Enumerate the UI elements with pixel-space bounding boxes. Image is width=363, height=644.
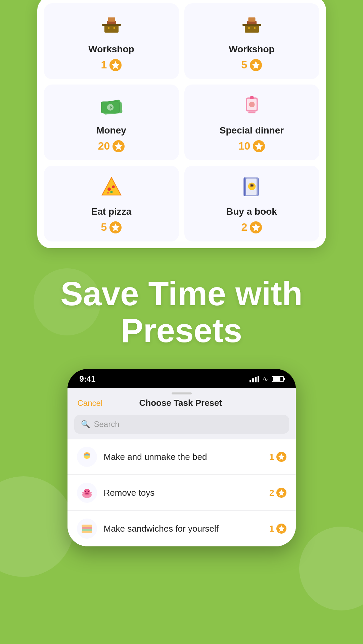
reward-points: 5 — [101, 221, 122, 233]
svg-point-56 — [84, 489, 90, 495]
svg-rect-46 — [243, 177, 245, 196]
reward-card-workshop5[interactable]: Workshop 5 — [184, 3, 319, 79]
reward-card-eat-pizza[interactable]: Eat pizza 5 — [44, 166, 179, 241]
task-list: Make and unmake the bed 1 Remove toys 2 — [67, 439, 296, 546]
modal-title: Choose Task Preset — [139, 398, 222, 408]
task-points: 1 — [269, 452, 286, 462]
cancel-button[interactable]: Cancel — [78, 398, 103, 408]
search-bar[interactable]: 🔍 Search — [74, 415, 289, 434]
svg-point-50 — [84, 453, 86, 455]
reward-points: 1 — [101, 59, 122, 71]
task-name: Make sandwiches for yourself — [104, 524, 263, 534]
reward-points: 5 — [241, 59, 262, 71]
reward-name: Workshop — [229, 44, 274, 55]
headline-section: Save Time with Presets — [0, 248, 363, 369]
reward-name: Money — [96, 125, 126, 136]
svg-rect-11 — [242, 24, 261, 26]
reward-points: 20 — [98, 140, 125, 152]
task-item-make-sandwiches[interactable]: Make sandwiches for yourself 1 — [67, 511, 296, 546]
svg-rect-66 — [82, 525, 92, 527]
reward-card-special-dinner[interactable]: Special dinner 10 — [184, 85, 319, 160]
phone-content: Cancel Choose Task Preset 🔍 Search Make … — [67, 388, 296, 546]
svg-point-58 — [88, 491, 89, 492]
task-points: 2 — [269, 488, 286, 498]
reward-name: Eat pizza — [91, 206, 132, 217]
bottom-phone-mockup: 9:41 ∿ — [67, 369, 296, 546]
svg-point-13 — [254, 27, 256, 29]
svg-point-36 — [107, 192, 109, 194]
task-icon — [77, 447, 97, 467]
reward-icon: $ — [100, 94, 123, 121]
svg-rect-2 — [108, 17, 115, 22]
reward-icon — [240, 94, 264, 121]
top-phone-mockup: Workshop 1 Workshop 5 $ Mon — [37, 0, 326, 248]
svg-point-34 — [112, 185, 115, 188]
wifi-icon: ∿ — [263, 375, 268, 383]
svg-point-33 — [107, 187, 111, 191]
svg-rect-27 — [248, 112, 255, 114]
drag-handle — [67, 388, 296, 398]
reward-icon — [240, 13, 264, 40]
reward-card-money[interactable]: $ Money 20 — [44, 85, 179, 160]
status-bar: 9:41 ∿ — [67, 369, 296, 388]
svg-point-59 — [82, 492, 85, 494]
reward-card-buy-book[interactable]: Buy a book 2 — [184, 166, 319, 241]
task-name: Make and unmake the bed — [104, 452, 263, 462]
svg-rect-10 — [248, 17, 255, 22]
svg-text:$: $ — [109, 105, 112, 109]
status-time: 9:41 — [80, 374, 96, 384]
svg-point-60 — [89, 492, 92, 494]
headline-line1: Save Time with — [60, 275, 303, 312]
signal-icon — [249, 376, 259, 382]
task-name: Remove toys — [104, 488, 263, 498]
task-item-make-bed[interactable]: Make and unmake the bed 1 — [67, 439, 296, 475]
svg-point-45 — [251, 184, 253, 186]
svg-point-35 — [110, 191, 112, 193]
svg-point-5 — [113, 27, 115, 29]
reward-icon — [100, 13, 123, 40]
search-placeholder: Search — [94, 420, 120, 429]
svg-rect-3 — [102, 24, 121, 26]
task-points: 1 — [269, 524, 286, 534]
reward-icon — [100, 175, 123, 202]
svg-point-26 — [249, 102, 255, 107]
reward-points: 2 — [241, 221, 262, 233]
svg-point-52 — [88, 453, 90, 455]
headline-text: Save Time with Presets — [20, 275, 343, 349]
bottom-phone-wrapper: 9:41 ∿ — [0, 369, 363, 560]
reward-card-workshop1[interactable]: Workshop 1 — [44, 3, 179, 79]
svg-point-51 — [86, 452, 88, 454]
svg-rect-28 — [250, 96, 254, 99]
svg-point-57 — [85, 491, 86, 492]
search-icon: 🔍 — [81, 420, 90, 429]
status-icons: ∿ — [249, 375, 284, 383]
headline-line2: Presets — [121, 312, 242, 349]
reward-name: Buy a book — [226, 206, 277, 217]
svg-point-4 — [107, 27, 109, 29]
task-icon — [77, 483, 97, 503]
reward-points: 10 — [238, 140, 265, 152]
reward-name: Workshop — [88, 44, 134, 55]
svg-point-12 — [248, 27, 250, 29]
battery-icon — [272, 376, 284, 382]
reward-icon — [240, 175, 264, 202]
reward-name: Special dinner — [220, 125, 284, 136]
rewards-grid: Workshop 1 Workshop 5 $ Mon — [44, 3, 319, 241]
task-item-remove-toys[interactable]: Remove toys 2 — [67, 475, 296, 511]
task-icon — [77, 519, 97, 539]
modal-header: Cancel Choose Task Preset — [67, 398, 296, 415]
